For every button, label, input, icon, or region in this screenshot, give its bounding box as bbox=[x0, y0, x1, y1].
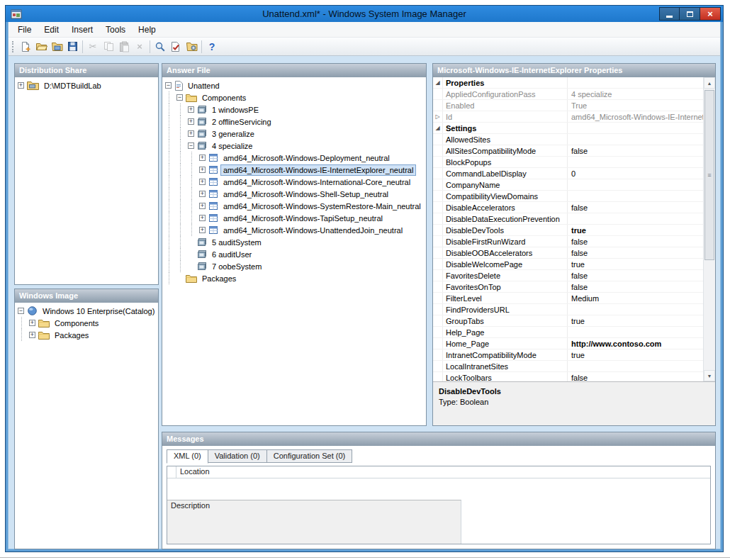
scroll-down-arrow-icon[interactable]: ▼ bbox=[704, 370, 715, 381]
messages-location-column-header[interactable]: Location bbox=[176, 466, 710, 478]
property-row[interactable]: DisableWelcomePagetrue bbox=[433, 259, 703, 270]
tree-item[interactable]: −4 specialize bbox=[164, 140, 425, 152]
maximize-button[interactable] bbox=[680, 7, 700, 21]
property-row[interactable]: ◢Settings bbox=[433, 123, 703, 134]
tree-item[interactable]: +1 windowsPE bbox=[164, 103, 425, 116]
section-expander-icon[interactable]: ◢ bbox=[433, 123, 443, 133]
property-row[interactable]: CompanyName bbox=[433, 179, 703, 191]
property-row[interactable]: FavoritesOnTopfalse bbox=[433, 281, 703, 293]
tree-label[interactable]: 3 generalize bbox=[210, 129, 257, 139]
property-row[interactable]: BlockPopups bbox=[433, 157, 703, 168]
menu-file[interactable]: File bbox=[11, 23, 38, 37]
property-value[interactable] bbox=[568, 304, 703, 315]
property-value[interactable]: 4 specialize bbox=[568, 89, 703, 99]
tree-label[interactable]: 5 auditSystem bbox=[210, 237, 264, 247]
expander-expanded-icon[interactable]: − bbox=[165, 82, 172, 89]
property-row[interactable]: DisableOOBAcceleratorsfalse bbox=[433, 247, 703, 259]
expander-collapsed-icon[interactable]: + bbox=[29, 332, 35, 338]
property-value[interactable] bbox=[568, 191, 703, 201]
expander-collapsed-icon[interactable]: + bbox=[188, 106, 194, 113]
property-value[interactable] bbox=[568, 213, 703, 224]
tree-label[interactable]: Unattend bbox=[186, 81, 222, 91]
property-value[interactable] bbox=[568, 327, 703, 337]
expander-expanded-icon[interactable]: − bbox=[188, 142, 194, 149]
property-row[interactable]: EnabledTrue bbox=[433, 100, 703, 111]
tree-item[interactable]: +amd64_Microsoft-Windows-TapiSetup_neutr… bbox=[164, 212, 425, 224]
property-row[interactable]: CompatibilityViewDomains bbox=[433, 191, 703, 202]
expander-expanded-icon[interactable]: − bbox=[18, 308, 24, 314]
expander-collapsed-icon[interactable]: + bbox=[199, 215, 206, 221]
tree-item[interactable]: −Unattend bbox=[164, 79, 425, 91]
property-row[interactable]: FilterLevelMedium bbox=[433, 293, 703, 304]
expander-collapsed-icon[interactable]: + bbox=[29, 320, 35, 326]
property-value[interactable]: false bbox=[568, 372, 703, 381]
title-bar[interactable]: Unattend.xml* - Windows System Image Man… bbox=[6, 6, 723, 22]
expander-collapsed-icon[interactable]: + bbox=[18, 82, 24, 89]
expander-collapsed-icon[interactable]: + bbox=[199, 227, 206, 233]
property-row[interactable]: GroupTabstrue bbox=[433, 315, 703, 327]
property-value[interactable] bbox=[568, 77, 703, 88]
property-value[interactable]: 0 bbox=[568, 168, 703, 179]
tree-item[interactable]: +amd64_Microsoft-Windows-SystemRestore-M… bbox=[164, 200, 425, 212]
expander-collapsed-icon[interactable]: + bbox=[188, 130, 194, 137]
property-value[interactable]: false bbox=[568, 247, 703, 258]
expander-collapsed-icon[interactable]: + bbox=[199, 203, 206, 209]
tab-xml[interactable]: XML (0) bbox=[167, 449, 208, 464]
help-button[interactable]: ? bbox=[204, 39, 220, 55]
tree-label[interactable]: Components bbox=[200, 93, 248, 103]
property-value[interactable]: true bbox=[568, 349, 703, 360]
tree-label[interactable]: Components bbox=[52, 318, 101, 328]
tree-item[interactable]: 5 auditSystem bbox=[164, 236, 425, 248]
open-windows-image-button[interactable] bbox=[49, 39, 64, 55]
property-value[interactable]: false bbox=[568, 145, 703, 156]
close-button[interactable]: × bbox=[700, 7, 721, 21]
find-button[interactable] bbox=[152, 39, 168, 55]
property-row[interactable]: DisableAcceleratorsfalse bbox=[433, 202, 703, 213]
property-row[interactable]: AppliedConfigurationPass4 specialize bbox=[433, 89, 703, 100]
save-answer-file-button[interactable] bbox=[64, 39, 80, 55]
create-configuration-set-button[interactable] bbox=[184, 39, 199, 55]
section-expander-icon[interactable]: ◢ bbox=[433, 77, 443, 88]
properties-scrollbar[interactable]: ▲ ≡ ▼ bbox=[703, 77, 715, 381]
property-value[interactable] bbox=[568, 179, 703, 190]
menu-insert[interactable]: Insert bbox=[65, 23, 99, 37]
property-row[interactable]: AllowedSites bbox=[433, 134, 703, 145]
property-value[interactable]: Medium bbox=[568, 293, 703, 303]
property-row[interactable]: Help_Page bbox=[433, 327, 703, 338]
expander-expanded-icon[interactable]: − bbox=[176, 94, 183, 101]
tree-item[interactable]: +D:\MDTBuildLab bbox=[16, 79, 157, 91]
property-value[interactable]: true bbox=[568, 259, 703, 269]
menu-tools[interactable]: Tools bbox=[99, 23, 132, 37]
property-value[interactable]: false bbox=[568, 236, 703, 247]
tree-item[interactable]: 6 auditUser bbox=[164, 248, 425, 260]
property-row[interactable]: AllSitesCompatibilityModefalse bbox=[433, 145, 703, 157]
expander-collapsed-icon[interactable]: + bbox=[199, 179, 206, 185]
expander-collapsed-icon[interactable]: + bbox=[199, 191, 206, 197]
tree-item[interactable]: 7 oobeSystem bbox=[164, 260, 425, 272]
messages-description-column-header[interactable]: Description bbox=[167, 500, 461, 544]
tree-item[interactable]: +Components bbox=[16, 317, 157, 329]
tree-label[interactable]: amd64_Microsoft-Windows-TapiSetup_neutra… bbox=[221, 213, 385, 223]
property-row[interactable]: ◢Properties bbox=[433, 77, 703, 89]
tree-label[interactable]: 7 oobeSystem bbox=[210, 262, 264, 271]
tree-item[interactable]: +amd64_Microsoft-Windows-Shell-Setup_neu… bbox=[164, 188, 425, 200]
tree-item[interactable]: Packages bbox=[164, 272, 425, 284]
scroll-up-arrow-icon[interactable]: ▲ bbox=[704, 77, 715, 89]
tree-label[interactable]: 1 windowsPE bbox=[210, 105, 261, 115]
tree-item[interactable]: +3 generalize bbox=[164, 128, 425, 140]
property-row[interactable]: CommandLabelDisplay0 bbox=[433, 168, 703, 179]
tree-label[interactable]: Packages bbox=[200, 274, 238, 284]
tree-label[interactable]: 2 offlineServicing bbox=[210, 117, 274, 127]
tree-item[interactable]: +amd64_Microsoft-Windows-Deployment_neut… bbox=[164, 152, 425, 164]
tree-item[interactable]: +amd64_Microsoft-Windows-IE-InternetExpl… bbox=[164, 164, 425, 176]
property-value[interactable]: false bbox=[568, 202, 703, 213]
tree-item[interactable]: −Components bbox=[164, 91, 425, 103]
minimize-button[interactable] bbox=[659, 7, 680, 21]
tree-label[interactable]: Packages bbox=[52, 330, 91, 340]
tree-item[interactable]: +amd64_Microsoft-Windows-International-C… bbox=[164, 176, 425, 188]
property-row[interactable]: LockToolbarsfalse bbox=[433, 372, 703, 381]
tree-label[interactable]: amd64_Microsoft-Windows-International-Co… bbox=[221, 177, 412, 187]
tab-configuration[interactable]: Configuration Set (0) bbox=[267, 449, 353, 463]
property-value[interactable] bbox=[568, 157, 703, 167]
validate-answer-file-button[interactable] bbox=[168, 39, 184, 55]
